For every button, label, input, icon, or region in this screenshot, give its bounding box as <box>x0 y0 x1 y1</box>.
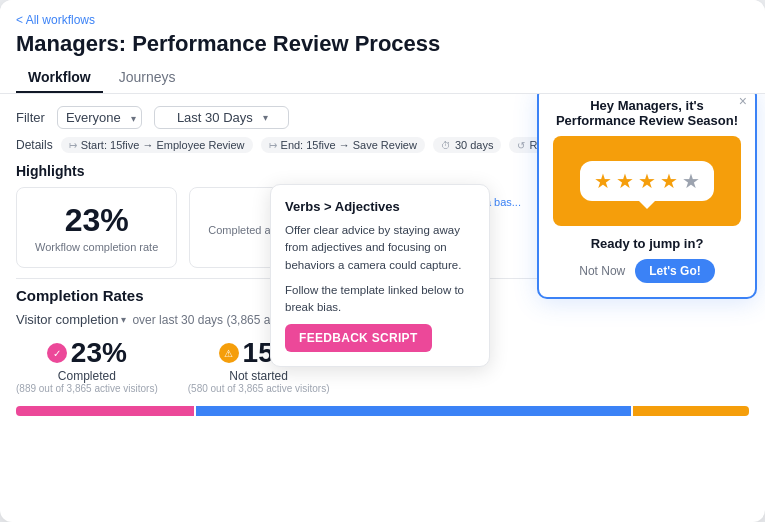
visitor-completion-label[interactable]: Visitor completion ▾ <box>16 312 126 327</box>
notif-header: Hey Managers, it's Performance Review Se… <box>539 94 755 136</box>
clock-icon: ⏱ <box>441 140 451 151</box>
not-started-icon: ⚠ <box>219 343 239 363</box>
filter-label: Filter <box>16 110 45 125</box>
verbs-card: Verbs > Adjectives Offer clear advice by… <box>270 184 490 367</box>
date-caret-icon: ▾ <box>263 112 268 123</box>
lets-go-button[interactable]: Let's Go! <box>635 259 715 283</box>
completed-value: 23% <box>71 337 127 369</box>
back-link[interactable]: < All workflows <box>16 13 95 27</box>
recurrence-icon: ↺ <box>517 140 525 151</box>
details-label: Details <box>16 138 53 152</box>
notification-popup: × Hey Managers, it's Performance Review … <box>537 94 757 299</box>
notif-actions: Not Now Let's Go! <box>539 259 755 283</box>
end-icon: ↦ <box>269 140 277 151</box>
completion-rate-value: 23% <box>35 202 158 239</box>
bar-orange <box>633 406 749 416</box>
star-4: ★ <box>660 169 678 193</box>
completed-sub: (889 out of 3,865 active visitors) <box>16 383 158 394</box>
star-1: ★ <box>594 169 612 193</box>
notif-image: ★ ★ ★ ★ ★ <box>553 136 741 226</box>
start-icon: ↦ <box>69 140 77 151</box>
page-title: Managers: Performance Review Process <box>16 31 749 57</box>
star-3: ★ <box>638 169 656 193</box>
star-2: ★ <box>616 169 634 193</box>
star-5: ★ <box>682 169 700 193</box>
tab-journeys[interactable]: Journeys <box>107 63 188 93</box>
feedback-script-button[interactable]: FEEDBACK SCRIPT <box>285 324 432 352</box>
not-started-sub: (580 out of 3,865 active visitors) <box>188 383 330 394</box>
duration-detail: ⏱ 30 days <box>433 137 502 153</box>
notif-cta: Ready to jump in? <box>539 236 755 251</box>
audience-filter[interactable]: Everyone <box>57 106 142 129</box>
stars-speech-bubble: ★ ★ ★ ★ ★ <box>580 161 714 201</box>
tab-bar: Workflow Journeys <box>16 63 749 93</box>
verbs-body1: Offer clear advice by staying away from … <box>285 222 475 274</box>
completion-rate-card: 23% Workflow completion rate <box>16 187 177 268</box>
visitor-caret-icon: ▾ <box>121 314 126 325</box>
not-now-button[interactable]: Not Now <box>579 259 625 283</box>
main-content: Filter Everyone 📅 Last 30 Days ▾ Details… <box>0 94 765 522</box>
bar-pink <box>16 406 194 416</box>
close-popup-button[interactable]: × <box>739 94 747 108</box>
top-bar: < All workflows Managers: Performance Re… <box>0 0 765 94</box>
completed-label: Completed <box>16 369 158 383</box>
audience-filter-wrap: Everyone <box>57 106 142 129</box>
completed-stat: ✓ 23% Completed (889 out of 3,865 active… <box>16 337 158 394</box>
verbs-body2: Follow the template linked below to brea… <box>285 282 475 317</box>
completed-icon: ✓ <box>47 343 67 363</box>
not-started-label: Not started <box>188 369 330 383</box>
start-detail: ↦ Start: 15five → Employee Review <box>61 137 253 153</box>
completion-rate-label: Workflow completion rate <box>35 241 158 253</box>
tab-workflow[interactable]: Workflow <box>16 63 103 93</box>
end-detail: ↦ End: 15five → Save Review <box>261 137 425 153</box>
date-filter[interactable]: Last 30 Days ▾ <box>154 106 289 129</box>
bar-blue <box>196 406 630 416</box>
completion-bar <box>16 406 749 416</box>
date-filter-wrap[interactable]: 📅 Last 30 Days ▾ <box>154 106 289 129</box>
app-window: < All workflows Managers: Performance Re… <box>0 0 765 522</box>
verbs-title: Verbs > Adjectives <box>285 199 475 214</box>
